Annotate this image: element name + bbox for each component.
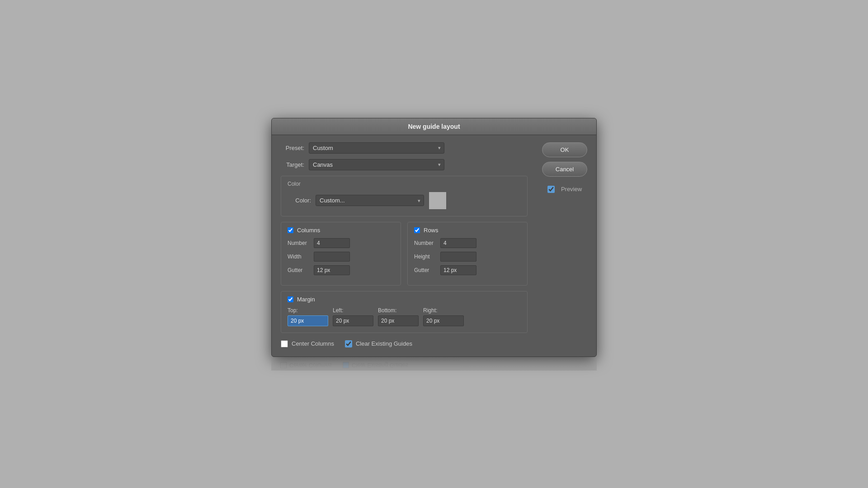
- preview-row: Preview: [547, 186, 582, 193]
- margin-section: Margin Top: Left:: [281, 291, 528, 333]
- margin-top-label: Top:: [288, 307, 328, 314]
- grid-section: Columns Number Width Gutter: [281, 222, 528, 286]
- rows-title: Rows: [424, 227, 439, 234]
- target-select-wrapper: Canvas Artboard Selection: [309, 159, 444, 170]
- margin-checkbox[interactable]: [288, 296, 293, 302]
- new-guide-layout-dialog: New guide layout Preset: Custom Default …: [271, 118, 597, 357]
- color-swatch[interactable]: [429, 192, 447, 210]
- color-select[interactable]: Custom... Cyan Magenta: [316, 195, 424, 206]
- margin-bottom-label: Bottom:: [378, 307, 419, 314]
- margin-left-label: Left:: [333, 307, 373, 314]
- preset-select[interactable]: Custom Default Blank: [309, 142, 444, 154]
- columns-title: Columns: [297, 227, 320, 234]
- margin-right-field: Right:: [423, 307, 464, 326]
- rows-panel: Rows Number Height Gutter: [407, 222, 528, 286]
- target-select[interactable]: Canvas Artboard Selection: [309, 159, 444, 170]
- columns-width-row: Width: [288, 252, 394, 262]
- color-section: Color Color: Custom... Cyan Magenta: [281, 176, 528, 216]
- ok-button[interactable]: OK: [542, 142, 587, 157]
- color-select-wrapper: Custom... Cyan Magenta: [316, 195, 424, 206]
- target-label: Target:: [281, 161, 304, 168]
- rows-gutter-label: Gutter: [414, 267, 437, 273]
- columns-checkbox[interactable]: [288, 227, 293, 233]
- margin-bottom-field: Bottom:: [378, 307, 419, 326]
- reflection-center-columns: Center Columns: [289, 362, 332, 369]
- margin-left-field: Left:: [333, 307, 373, 326]
- dialog-wrapper: New guide layout Preset: Custom Default …: [271, 118, 597, 371]
- clear-guides-checkbox[interactable]: [345, 340, 352, 347]
- preset-label: Preset:: [281, 145, 304, 151]
- margin-title: Margin: [297, 296, 315, 303]
- cancel-button[interactable]: Cancel: [542, 162, 587, 177]
- rows-gutter-input[interactable]: [440, 265, 476, 275]
- columns-number-label: Number: [288, 240, 310, 246]
- columns-width-label: Width: [288, 253, 310, 260]
- preview-checkbox[interactable]: [547, 186, 555, 193]
- left-section: Preset: Custom Default Blank Target:: [281, 142, 528, 347]
- margin-right-input[interactable]: [423, 315, 464, 326]
- center-columns-item[interactable]: Center Columns: [281, 340, 334, 347]
- columns-gutter-label: Gutter: [288, 267, 310, 273]
- columns-header: Columns: [288, 227, 394, 234]
- clear-guides-label: Clear Existing Guides: [356, 340, 412, 347]
- rows-gutter-row: Gutter: [414, 265, 521, 275]
- margin-header: Margin: [288, 296, 521, 303]
- rows-header: Rows: [414, 227, 521, 234]
- center-columns-label: Center Columns: [292, 340, 334, 347]
- margin-bottom-input[interactable]: [378, 315, 419, 326]
- main-content: Preset: Custom Default Blank Target:: [281, 142, 587, 347]
- margin-left-input[interactable]: [333, 315, 373, 326]
- center-columns-checkbox[interactable]: [281, 340, 288, 347]
- reflection-content: Center Columns Clear Existing Guides: [271, 360, 597, 371]
- rows-number-input[interactable]: [440, 238, 476, 248]
- clear-guides-item[interactable]: Clear Existing Guides: [345, 340, 412, 347]
- rows-number-label: Number: [414, 240, 437, 246]
- rows-checkbox[interactable]: [414, 227, 420, 233]
- right-buttons: OK Cancel Preview: [542, 142, 587, 347]
- rows-height-input[interactable]: [440, 252, 476, 262]
- dialog-title: New guide layout: [408, 123, 460, 130]
- color-section-title: Color: [288, 181, 521, 187]
- reflection-clear-guides: Clear Existing Guides: [352, 362, 408, 369]
- rows-height-label: Height: [414, 253, 437, 260]
- margin-right-label: Right:: [423, 307, 464, 314]
- margin-fields: Top: Left: Bottom:: [288, 307, 521, 326]
- preset-select-wrapper: Custom Default Blank: [309, 142, 444, 154]
- dialog-titlebar: New guide layout: [272, 118, 596, 135]
- rows-number-row: Number: [414, 238, 521, 248]
- columns-panel: Columns Number Width Gutter: [281, 222, 401, 286]
- columns-number-row: Number: [288, 238, 394, 248]
- columns-gutter-row: Gutter: [288, 265, 394, 275]
- columns-gutter-input[interactable]: [314, 265, 350, 275]
- columns-number-input[interactable]: [314, 238, 350, 248]
- color-label: Color:: [288, 197, 311, 204]
- dialog-reflection: Center Columns Clear Existing Guides: [271, 357, 597, 371]
- columns-width-input[interactable]: [314, 252, 350, 262]
- target-row: Target: Canvas Artboard Selection: [281, 159, 528, 170]
- margin-top-field: Top:: [288, 307, 328, 326]
- bottom-row: Center Columns Clear Existing Guides: [281, 340, 528, 347]
- margin-top-input[interactable]: [288, 315, 328, 326]
- dialog-body: Preset: Custom Default Blank Target:: [272, 135, 596, 357]
- rows-height-row: Height: [414, 252, 521, 262]
- preview-label: Preview: [561, 186, 582, 192]
- color-row: Color: Custom... Cyan Magenta: [288, 192, 521, 210]
- preset-row: Preset: Custom Default Blank: [281, 142, 528, 154]
